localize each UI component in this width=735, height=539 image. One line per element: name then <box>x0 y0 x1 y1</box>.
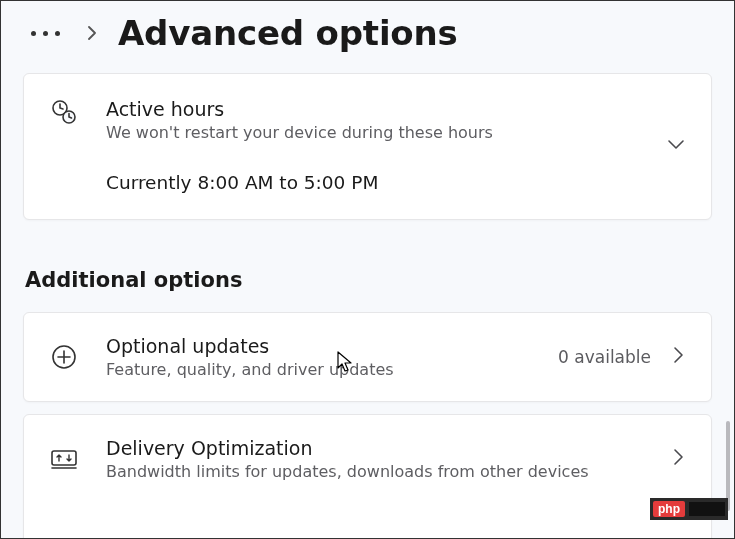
breadcrumb: Advanced options <box>1 1 734 73</box>
watermark: php <box>650 498 728 520</box>
more-icon[interactable] <box>25 25 66 42</box>
chevron-down-icon <box>667 136 685 155</box>
plus-circle-icon <box>50 344 78 370</box>
chevron-right-icon <box>673 346 685 368</box>
active-hours-status: Currently 8:00 AM to 5:00 PM <box>106 172 639 193</box>
optional-updates-card[interactable]: Optional updates Feature, quality, and d… <box>23 312 712 402</box>
network-icon <box>50 448 78 470</box>
active-hours-title: Active hours <box>106 98 639 120</box>
optional-updates-title: Optional updates <box>106 335 530 357</box>
optional-updates-count: 0 available <box>558 347 651 367</box>
page-title: Advanced options <box>118 13 458 53</box>
delivery-optimization-card[interactable]: Delivery Optimization Bandwidth limits f… <box>23 414 712 539</box>
active-hours-card[interactable]: Active hours We won't restart your devic… <box>23 73 712 220</box>
additional-options-heading: Additional options <box>25 268 712 292</box>
optional-updates-subtitle: Feature, quality, and driver updates <box>106 360 530 379</box>
watermark-label: php <box>653 501 685 517</box>
chevron-right-icon[interactable] <box>80 23 104 44</box>
active-hours-subtitle: We won't restart your device during thes… <box>106 123 639 142</box>
chevron-right-icon <box>673 448 685 470</box>
clock-icon <box>50 98 78 126</box>
svg-rect-3 <box>52 451 76 465</box>
delivery-optimization-subtitle: Bandwidth limits for updates, downloads … <box>106 462 645 481</box>
delivery-optimization-title: Delivery Optimization <box>106 437 645 459</box>
